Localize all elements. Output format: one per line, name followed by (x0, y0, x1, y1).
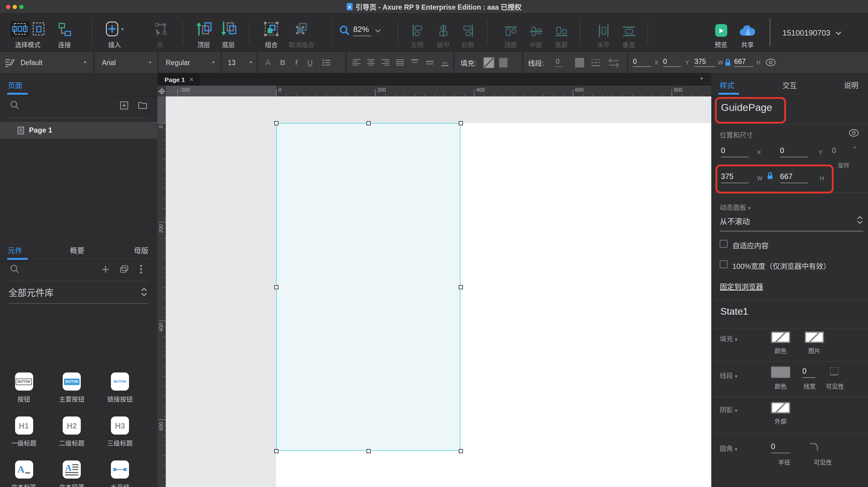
justify-text-button[interactable] (396, 59, 404, 66)
select-mode-button[interactable]: 选择模式 (10, 16, 45, 49)
account-menu[interactable]: 15100190703 (782, 28, 841, 37)
widget-item-h1[interactable]: H1 一级标题 (11, 417, 36, 460)
align-text-bottom-button[interactable] (441, 59, 449, 66)
resize-handle-s[interactable] (366, 449, 370, 453)
close-window-button[interactable] (6, 4, 10, 9)
maximize-window-button[interactable] (19, 4, 24, 9)
lock-ratio-icon[interactable] (724, 58, 731, 66)
page-tree-item[interactable]: Page 1 (0, 122, 157, 139)
widget-item-h3[interactable]: H3 三级标题 (107, 417, 133, 460)
library-select[interactable]: 全部元件库 (8, 286, 149, 304)
state-header[interactable]: State1 (720, 306, 748, 317)
tab-style[interactable]: 样式 (720, 80, 734, 90)
insert-button[interactable]: ▾ 插入 (105, 16, 124, 49)
selected-dynamic-panel[interactable] (276, 123, 461, 451)
underline-button[interactable]: U (307, 58, 313, 67)
x-position-field[interactable]: 0 (721, 147, 749, 157)
full-width-checkbox[interactable] (720, 261, 727, 268)
vertical-ruler[interactable]: 0 200 400 600 (157, 96, 166, 487)
send-to-back-button[interactable]: 底层 (221, 16, 236, 49)
widget-item-text-paragraph[interactable]: A 文本段落 (59, 460, 84, 487)
rotate-field[interactable]: 0 (832, 147, 836, 155)
search-icon[interactable] (10, 265, 19, 274)
duplicate-icon[interactable] (120, 265, 128, 273)
tab-pages[interactable]: 页面 (8, 80, 22, 90)
line-style-button[interactable] (591, 58, 600, 67)
ruler-origin-button[interactable] (157, 86, 166, 96)
widget-item-text-label[interactable]: A 文本标签 (11, 460, 36, 487)
line-visibility-button[interactable] (830, 367, 838, 375)
visibility-eye-icon[interactable] (849, 129, 859, 137)
line-color-swatch[interactable] (575, 58, 584, 67)
height-field[interactable]: 667 (734, 58, 753, 67)
shadow-outer-swatch[interactable] (771, 402, 790, 414)
width-field[interactable]: 375 (721, 172, 749, 183)
widget-item-h2[interactable]: H2 二级标题 (59, 417, 84, 460)
resize-handle-sw[interactable] (274, 449, 278, 453)
kebab-menu-icon[interactable] (140, 265, 142, 274)
horizontal-ruler[interactable]: -200 0 200 400 600 800 (166, 86, 711, 96)
x-position-field[interactable]: 0 (633, 58, 651, 67)
resize-handle-n[interactable] (366, 121, 370, 125)
widget-item-link-button[interactable]: BUTTON 链接按钮 (107, 372, 133, 417)
corner-visibility-button[interactable] (810, 443, 818, 451)
zoom-value[interactable]: 82% (353, 25, 371, 36)
tab-interactions[interactable]: 交互 (782, 80, 797, 90)
bring-to-front-button[interactable]: 顶层 (196, 16, 212, 49)
widget-name-field[interactable]: GuidePage (721, 102, 772, 114)
share-button[interactable]: 共享 (740, 16, 755, 49)
pin-to-browser-link[interactable]: 固定到浏览器 (720, 281, 763, 291)
fill-color-swatch[interactable] (771, 332, 790, 343)
search-icon[interactable] (10, 101, 19, 110)
tab-list-triangle-icon[interactable]: ▾ (701, 76, 703, 81)
width-field[interactable]: 375 (694, 58, 715, 67)
scroll-mode-select[interactable]: 从不滚动 (720, 215, 863, 232)
font-family-select[interactable]: Arial ▾ (95, 52, 157, 73)
resize-handle-w[interactable] (274, 285, 278, 289)
close-tab-icon[interactable]: ✕ (189, 76, 194, 82)
shadow-section-label[interactable]: 阴影 ▾ (720, 404, 737, 414)
align-text-middle-button[interactable] (426, 59, 434, 66)
resize-handle-e[interactable] (458, 285, 463, 289)
arrow-style-button[interactable] (608, 58, 620, 67)
line-width-field[interactable]: 0 (555, 58, 563, 67)
fill-color-swatch[interactable] (484, 57, 494, 68)
font-weight-select[interactable]: Regular ▾ (158, 52, 221, 73)
line-width-field[interactable]: 0 (802, 367, 815, 378)
tab-notes[interactable]: 说明 (844, 80, 858, 90)
y-position-field[interactable]: 0 (663, 58, 681, 67)
resize-handle-nw[interactable] (274, 121, 278, 125)
fill-opacity-swatch[interactable] (499, 58, 507, 67)
italic-button[interactable]: I (295, 58, 298, 67)
visibility-eye-icon[interactable] (766, 58, 776, 66)
resize-handle-ne[interactable] (458, 121, 463, 125)
tab-widgets[interactable]: 元件 (8, 245, 22, 255)
widget-item-horizontal-line[interactable]: 水平线 (111, 460, 130, 487)
zoom-control[interactable]: 82% (339, 25, 381, 36)
align-text-right-button[interactable] (381, 59, 390, 66)
widget-item-button[interactable]: BUTTON 按钮 (15, 372, 33, 417)
y-position-field[interactable]: 0 (780, 147, 808, 157)
corner-radius-field[interactable]: 0 (771, 443, 790, 453)
font-size-select[interactable]: 13 ▾ (222, 52, 257, 73)
select-contain-icon[interactable] (32, 22, 45, 36)
resize-handle-se[interactable] (458, 449, 463, 453)
tab-masters[interactable]: 母版 (134, 245, 148, 255)
line-section-label[interactable]: 线段 ▾ (720, 370, 737, 380)
add-page-icon[interactable] (120, 101, 128, 110)
corner-section-label[interactable]: 圆角 ▾ (720, 443, 737, 453)
canvas-tab-page1[interactable]: Page 1 ✕ (158, 73, 199, 86)
fill-section-label[interactable]: 填充 ▾ (720, 333, 737, 343)
lock-ratio-icon[interactable] (767, 172, 773, 180)
fit-content-checkbox[interactable] (720, 240, 727, 248)
line-color-swatch[interactable] (771, 366, 790, 378)
align-text-center-button[interactable] (367, 59, 375, 66)
bold-button[interactable]: B (280, 58, 285, 67)
group-button[interactable]: 组合 (264, 16, 279, 49)
fill-image-swatch[interactable] (805, 332, 824, 343)
style-preset-select[interactable]: Default ▾ (0, 52, 93, 73)
bullet-list-button[interactable] (322, 59, 331, 66)
connect-button[interactable]: 连接 (57, 16, 72, 49)
tab-outline[interactable]: 概要 (70, 245, 84, 255)
select-intersect-icon[interactable] (10, 21, 30, 37)
